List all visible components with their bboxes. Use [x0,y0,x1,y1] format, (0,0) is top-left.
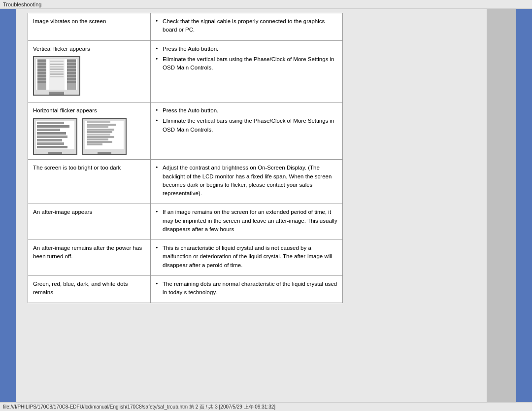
solution-cell: Check that the signal cable is properly … [151,13,343,41]
problem-text: An after-image remains after the power h… [33,245,142,259]
solution-list: This is characteristic of liquid crystal… [156,244,337,270]
solution-cell: If an image remains on the screen for an… [151,204,343,240]
table-row: Vertical flicker appears [28,40,343,103]
solution-list: Adjust the contrast and brightness on On… [156,164,337,198]
solution-item: Check that the signal cable is properly … [156,17,337,34]
problem-text: The screen is too bright or too dark [33,165,121,171]
solution-cell: The remaining dots are normal characteri… [151,275,343,303]
solution-item: Press the Auto button. [156,45,337,53]
table-row: An after-image appears If an image remai… [28,204,343,240]
solution-item: Press the Auto button. [156,106,337,115]
browser-toolbar: Troubleshooting [0,0,532,9]
vbar-center [49,59,65,90]
table-row: Green, red, blue, dark, and white dots r… [28,275,343,303]
problem-cell: The screen is too bright or too dark [28,160,151,204]
main-content: Image vibrates on the screen Check that … [16,9,487,402]
solution-list: The remaining dots are normal characteri… [156,280,337,297]
solution-item: The remaining dots are normal characteri… [156,280,337,297]
monitor-2 [82,118,127,155]
vertical-flicker-illustration [33,56,80,96]
monitor-stand [98,152,111,154]
monitor-screen [85,121,124,149]
solution-item: Adjust the contrast and brightness on On… [156,164,337,198]
status-text: file:///I/PHILIPS/170C8/170C8-EDFU/lcd/m… [3,404,275,411]
problem-cell: Vertical flicker appears [28,40,151,103]
problem-cell: Horizontal flicker appears [28,103,151,160]
problem-text: Vertical flicker appears [33,45,145,53]
solution-item: If an image remains on the screen for an… [156,208,337,234]
browser-statusbar: file:///I/PHILIPS/170C8/170C8-EDFU/lcd/m… [0,402,532,411]
right-sidebar [516,9,532,402]
problem-cell: An after-image appears [28,204,151,240]
solution-list: Check that the signal cable is properly … [156,17,337,34]
table-row: An after-image remains after the power h… [28,240,343,276]
far-right-panel [487,9,516,402]
page-title: Troubleshooting [3,1,41,7]
solution-list: If an image remains on the screen for an… [156,208,337,234]
solution-cell: Adjust the contrast and brightness on On… [151,160,343,204]
problem-text: Horizontal flicker appears [33,106,145,115]
vbar-right [67,59,76,90]
troubleshooting-table: Image vibrates on the screen Check that … [28,13,343,303]
table-row: Horizontal flicker appears [28,103,343,160]
solution-item: This is characteristic of liquid crystal… [156,244,337,270]
solution-cell: Press the Auto button. Eliminate the ver… [151,40,343,103]
solution-list: Press the Auto button. Eliminate the ver… [156,106,337,134]
table-row: Image vibrates on the screen Check that … [28,13,343,41]
monitor-screen [36,121,74,149]
solution-item: Eliminate the vertical bars using the Ph… [156,55,337,72]
left-sidebar [0,9,16,402]
table-row: The screen is too bright or too dark Adj… [28,160,343,204]
monitor-1 [33,118,77,155]
problem-cell: An after-image remains after the power h… [28,240,151,276]
problem-cell: Green, red, blue, dark, and white dots r… [28,275,151,303]
problem-text: Image vibrates on the screen [33,18,106,24]
problem-text: An after-image appears [33,209,92,215]
monitor-screen [36,59,77,90]
solution-cell: This is characteristic of liquid crystal… [151,240,343,276]
monitor-stand [48,152,62,154]
problem-text: Green, red, blue, dark, and white dots r… [33,281,128,295]
horizontal-flicker-illustration [33,118,145,155]
solution-cell: Press the Auto button. Eliminate the ver… [151,103,343,160]
solution-item: Eliminate the vertical bars using the Ph… [156,117,337,134]
monitor-stand [49,92,64,95]
problem-cell: Image vibrates on the screen [28,13,151,41]
vbar-left [37,59,46,90]
solution-list: Press the Auto button. Eliminate the ver… [156,45,337,72]
